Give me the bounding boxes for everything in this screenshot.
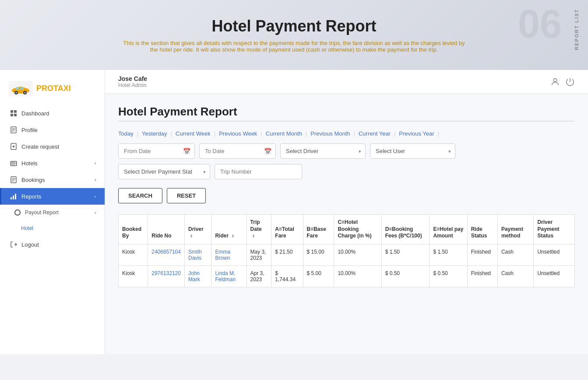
sidebar-item-reports[interactable]: Reports › bbox=[0, 188, 105, 205]
logout-icon bbox=[10, 241, 17, 248]
cell-total-fare: $ 21.50 bbox=[271, 244, 303, 265]
rider-link[interactable]: Emma Brown bbox=[215, 249, 230, 261]
sidebar-item-hotels[interactable]: Hotels › bbox=[0, 155, 105, 171]
col-rider: Rider ⇕ bbox=[211, 215, 246, 244]
col-trip-date: Trip Date ⇕ bbox=[246, 215, 271, 244]
power-icon[interactable] bbox=[565, 77, 575, 87]
col-booked-by: Booked By bbox=[119, 215, 148, 244]
filter-previous-month[interactable]: Previous Month bbox=[310, 130, 350, 137]
filter-previous-year[interactable]: Previous Year bbox=[399, 130, 434, 137]
user-name: Jose Cafe bbox=[118, 75, 147, 82]
select-user-wrap: Select User ▾ bbox=[370, 143, 455, 159]
sidebar-item-dashboard[interactable]: Dashboard bbox=[0, 105, 105, 122]
cell-booked-by: Kiosk bbox=[119, 244, 148, 265]
filter-inputs-row2: Select Driver Payment Stat ▾ bbox=[118, 164, 575, 179]
svg-rect-10 bbox=[11, 114, 13, 116]
trip-number-input[interactable] bbox=[215, 164, 302, 179]
to-date-wrap: 📅 bbox=[199, 143, 276, 159]
svg-rect-9 bbox=[14, 110, 17, 113]
filter-current-week[interactable]: Current Week bbox=[176, 130, 211, 137]
header-actions bbox=[550, 77, 575, 87]
table-row: Kiosk 2976132120 John Mark Linda M. Feld… bbox=[119, 265, 575, 287]
sidebar-logo: PROTAXI bbox=[0, 74, 105, 105]
cell-rider: Emma Brown bbox=[211, 244, 246, 265]
filter-today[interactable]: Today bbox=[118, 130, 134, 137]
select-driver-payment-status[interactable]: Select Driver Payment Stat bbox=[118, 164, 210, 179]
col-base-fare: B=Base Fare bbox=[303, 215, 334, 244]
driver-link[interactable]: Smith Davis bbox=[188, 249, 202, 261]
logo-pro: PRO bbox=[36, 84, 53, 93]
cell-ride-no: 2976132120 bbox=[148, 265, 185, 287]
filter-inputs-row1: 📅 📅 Select Driver ▾ Select User ▾ bbox=[118, 143, 575, 159]
sidebar-item-label: Hotel bbox=[21, 225, 33, 231]
chevron-icon: › bbox=[95, 210, 96, 215]
sidebar-item-create-request[interactable]: Create request bbox=[0, 138, 105, 155]
sidebar-item-label: Dashboard bbox=[21, 110, 49, 117]
filter-current-year[interactable]: Current Year bbox=[359, 130, 391, 137]
chevron-icon: › bbox=[95, 178, 96, 182]
filter-previous-week[interactable]: Previous Week bbox=[219, 130, 257, 137]
title-underline bbox=[118, 121, 575, 122]
sidebar-item-label: Reports bbox=[21, 193, 42, 200]
sidebar-item-label: Bookings bbox=[21, 177, 45, 183]
hotels-icon bbox=[10, 160, 17, 167]
report-list-label: REPORT LIST bbox=[574, 9, 579, 50]
cell-driver: John Mark bbox=[184, 265, 211, 287]
svg-rect-8 bbox=[11, 110, 13, 113]
from-date-input[interactable] bbox=[118, 143, 195, 159]
cell-hotel-booking-charge: 10.00% bbox=[334, 244, 381, 265]
cell-payment-method: Cash bbox=[497, 265, 534, 287]
filter-yesterday[interactable]: Yesterday bbox=[142, 130, 167, 137]
banner-big-number: 06 bbox=[518, 4, 562, 44]
svg-point-7 bbox=[24, 92, 26, 94]
sidebar-item-label: Hotels bbox=[21, 160, 38, 167]
cell-total-fare: $ 1,744.34 bbox=[271, 265, 303, 287]
sidebar-item-profile[interactable]: Profile bbox=[0, 122, 105, 138]
col-total-fare: A=Total Fare bbox=[271, 215, 303, 244]
cell-driver-payment-status: Unsettled bbox=[534, 265, 575, 287]
to-date-input[interactable] bbox=[199, 143, 276, 159]
search-button[interactable]: SEARCH bbox=[118, 188, 162, 203]
cell-ride-no: 2406657104 bbox=[148, 244, 185, 265]
sidebar-item-logout[interactable]: Logout bbox=[0, 236, 105, 253]
user-icon[interactable] bbox=[550, 77, 560, 87]
select-driver[interactable]: Select Driver bbox=[280, 143, 366, 159]
svg-point-5 bbox=[15, 92, 17, 94]
cell-rider: Linda M. Feldman bbox=[211, 265, 246, 287]
svg-rect-28 bbox=[11, 197, 12, 199]
svg-rect-29 bbox=[13, 195, 14, 199]
trip-number-wrap bbox=[215, 164, 302, 179]
sidebar-item-hotel[interactable]: Hotel bbox=[0, 220, 105, 236]
svg-rect-3 bbox=[20, 87, 24, 90]
svg-rect-30 bbox=[15, 194, 16, 199]
col-booking-fees: D=Booking Fees (B*C/100) bbox=[381, 215, 430, 244]
cell-booking-fees: $ 1.50 bbox=[381, 244, 430, 265]
select-driver-payment-wrap: Select Driver Payment Stat ▾ bbox=[118, 164, 210, 179]
cell-payment-method: Cash bbox=[497, 244, 534, 265]
cell-driver-payment-status: Unsettled bbox=[534, 244, 575, 265]
grid-icon bbox=[10, 110, 17, 117]
cell-booking-fees: $ 0.50 bbox=[381, 265, 430, 287]
rider-link[interactable]: Linda M. Feldman bbox=[215, 270, 236, 282]
driver-link[interactable]: John Mark bbox=[188, 270, 200, 282]
banner-description: This is the section that gives all detai… bbox=[119, 40, 469, 53]
user-role: Hotel Admin bbox=[118, 82, 147, 88]
svg-rect-19 bbox=[11, 161, 17, 166]
reset-button[interactable]: RESET bbox=[167, 188, 206, 203]
sidebar-item-label: Create request bbox=[21, 143, 59, 150]
filter-current-month[interactable]: Current Month bbox=[266, 130, 302, 137]
ride-no-link[interactable]: 2976132120 bbox=[151, 270, 181, 276]
col-hotel-pay-amount: E=Hotel pay Amount bbox=[430, 215, 467, 244]
user-info: Jose Cafe Hotel Admin bbox=[118, 75, 147, 88]
ride-no-link[interactable]: 2406657104 bbox=[151, 249, 181, 255]
col-driver: Driver ⇕ bbox=[184, 215, 211, 244]
svg-rect-11 bbox=[14, 114, 17, 116]
sidebar-item-bookings[interactable]: Bookings › bbox=[0, 171, 105, 188]
sidebar-item-label: Logout bbox=[21, 241, 39, 248]
content-area: Jose Cafe Hotel Admin Hotel Payment Repo… bbox=[105, 70, 588, 354]
report-table: Booked By Ride No Driver ⇕ Rider ⇕ Trip … bbox=[118, 214, 575, 287]
action-buttons: SEARCH RESET bbox=[118, 188, 575, 203]
sidebar-item-payout-report[interactable]: Payout Report › bbox=[0, 205, 105, 220]
report-content: Hotel Payment Report Today | Yesterday |… bbox=[105, 94, 588, 298]
select-user[interactable]: Select User bbox=[370, 143, 455, 159]
